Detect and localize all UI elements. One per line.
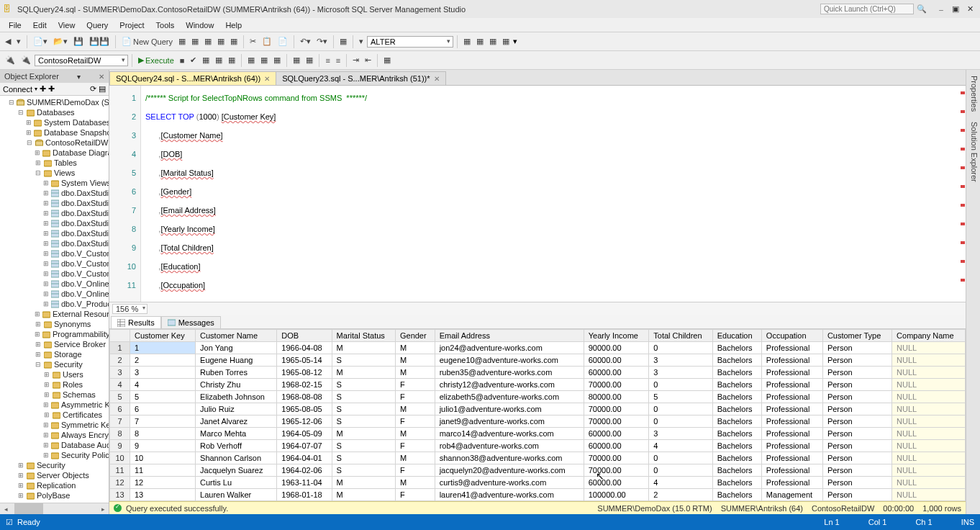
results-grid[interactable]: Customer KeyCustomer NameDOBMarital Stat…: [109, 329, 966, 501]
row-number[interactable]: 11: [110, 464, 130, 477]
grid-cell[interactable]: Professional: [761, 440, 822, 452]
grid-cell[interactable]: Person: [822, 379, 891, 391]
tree-node[interactable]: ⊞Replication: [0, 480, 109, 490]
grid-cell[interactable]: M: [332, 477, 395, 489]
q1[interactable]: ▦: [200, 54, 212, 66]
menu-edit[interactable]: Edit: [27, 21, 53, 30]
grid-cell[interactable]: Person: [822, 489, 891, 501]
grid-cell[interactable]: Rob Verhoff: [196, 440, 277, 452]
grid-cell[interactable]: Jacquelyn Suarez: [196, 464, 277, 477]
q4[interactable]: ▦: [245, 54, 257, 66]
grid-cell[interactable]: janet9@adventure-works.com: [435, 416, 584, 428]
grid-cell[interactable]: 14: [130, 501, 196, 502]
zoom-combo[interactable]: 156 %: [112, 304, 148, 314]
save-all-button[interactable]: 💾💾: [87, 35, 112, 48]
grid-cell[interactable]: 0: [649, 416, 712, 428]
table-row[interactable]: 77Janet Alvarez1965-12-06SFjanet9@advent…: [110, 416, 966, 428]
table-row[interactable]: 1212Curtis Lu1963-11-04MMcurtis9@adventu…: [110, 477, 966, 489]
grid-cell[interactable]: Bachelors: [712, 440, 761, 452]
grid-cell[interactable]: S: [332, 354, 395, 367]
properties-panel-tab[interactable]: Properties: [966, 74, 980, 113]
tree-node[interactable]: ⊞System Views: [0, 178, 109, 188]
grid-cell[interactable]: 0: [649, 403, 712, 416]
grid-cell[interactable]: 70000.00: [584, 379, 649, 391]
grid-cell[interactable]: F: [395, 416, 435, 428]
grid-cell[interactable]: 60000.00: [584, 354, 649, 367]
grid-cell[interactable]: 4: [649, 440, 712, 452]
grid-header[interactable]: Occupation: [761, 330, 822, 342]
grid-cell[interactable]: Marco Mehta: [196, 428, 277, 440]
oe-refresh-icon[interactable]: ⟳: [90, 84, 96, 94]
grid-cell[interactable]: 6: [130, 403, 196, 416]
grid-cell[interactable]: NULL: [892, 452, 966, 464]
row-number[interactable]: 6: [110, 403, 130, 416]
indent-btn[interactable]: ⇥: [350, 54, 361, 66]
grid-header[interactable]: Customer Name: [196, 330, 277, 342]
grid-cell[interactable]: rob4@adventure-works.com: [435, 440, 584, 452]
grid-cell[interactable]: 3: [649, 428, 712, 440]
grid-cell[interactable]: M: [395, 501, 435, 502]
open-dropdown[interactable]: 📂▾: [51, 35, 70, 48]
tree-node[interactable]: ⊞Database Audit: [0, 440, 109, 450]
grid-cell[interactable]: M: [395, 477, 435, 489]
tree-node[interactable]: ⊞Certificates: [0, 410, 109, 420]
menu-view[interactable]: View: [53, 21, 81, 30]
grid-header[interactable]: Yearly Income: [584, 330, 649, 342]
grid-cell[interactable]: M: [332, 342, 395, 354]
redo-button[interactable]: ↷▾: [314, 35, 330, 48]
grid-cell[interactable]: eugene10@adventure-works.com: [435, 354, 584, 367]
btn6[interactable]: ▦: [337, 35, 349, 48]
btn4[interactable]: ▦: [215, 35, 227, 48]
grid-cell[interactable]: shannon38@adventure-works.com: [435, 452, 584, 464]
grid-cell[interactable]: F: [395, 379, 435, 391]
connect-btn[interactable]: 🔌: [3, 54, 17, 66]
grid-cell[interactable]: 10: [130, 452, 196, 464]
grid-cell[interactable]: 70000.00: [584, 403, 649, 416]
table-row[interactable]: 33Ruben Torres1965-08-12MMruben35@advent…: [110, 367, 966, 379]
toolbar-overflow[interactable]: ▾: [513, 37, 517, 46]
quick-launch-input[interactable]: [820, 4, 914, 14]
grid-header[interactable]: Total Children: [649, 330, 712, 342]
grid-cell[interactable]: 100000.00: [584, 489, 649, 501]
table-row[interactable]: 99Rob Verhoff1964-07-07SFrob4@adventure-…: [110, 440, 966, 452]
table-row[interactable]: 44Christy Zhu1968-02-15SFchristy12@adven…: [110, 379, 966, 391]
menu-help[interactable]: Help: [219, 21, 248, 30]
grid-cell[interactable]: 70000.00: [584, 464, 649, 477]
tree-node[interactable]: ⊞Storage: [0, 349, 109, 359]
grid-cell[interactable]: Person: [822, 464, 891, 477]
tree-node[interactable]: ⊞dbo.DaxStudio.Prod: [0, 208, 109, 218]
grid-cell[interactable]: 1968-01-18: [277, 489, 332, 501]
row-number[interactable]: 8: [110, 428, 130, 440]
grid-cell[interactable]: Professional: [761, 354, 822, 367]
tree-node[interactable]: ⊞Database Snapshots: [0, 127, 109, 138]
grid-cell[interactable]: Bachelors: [712, 403, 761, 416]
btn7[interactable]: ▾: [357, 35, 366, 48]
grid-cell[interactable]: NULL: [892, 354, 966, 367]
grid-cell[interactable]: jacquelyn20@adventure-works.com: [435, 464, 584, 477]
tree-node[interactable]: ⊞Always Encrypte: [0, 430, 109, 440]
grid-cell[interactable]: 100000.00: [584, 501, 649, 502]
tree-node[interactable]: ⊞dbo.V_Custome: [0, 269, 109, 279]
grid-cell[interactable]: Person: [822, 403, 891, 416]
stop-btn[interactable]: ■: [178, 55, 187, 66]
grid-cell[interactable]: NULL: [892, 489, 966, 501]
grid-cell[interactable]: NULL: [892, 379, 966, 391]
grid-cell[interactable]: 0: [649, 342, 712, 354]
tree-node[interactable]: ⊞Security Policies: [0, 450, 109, 460]
q7[interactable]: ▦: [291, 54, 302, 66]
grid-cell[interactable]: 80000.00: [584, 391, 649, 403]
grid-cell[interactable]: 60000.00: [584, 367, 649, 379]
tree-node[interactable]: ⊞Schemas: [0, 390, 109, 400]
grid-cell[interactable]: M: [395, 367, 435, 379]
q8[interactable]: ▦: [304, 54, 315, 66]
tree-node[interactable]: ⊟Security: [0, 359, 109, 369]
grid-cell[interactable]: S: [332, 452, 395, 464]
tree-node[interactable]: ⊟Databases: [0, 107, 109, 117]
table-row[interactable]: 1111Jacquelyn Suarez1964-02-06SFjacquely…: [110, 464, 966, 477]
nav-back-button[interactable]: ◀: [3, 35, 13, 48]
grid-header[interactable]: Company Name: [892, 330, 966, 342]
grid-cell[interactable]: M: [332, 367, 395, 379]
q6[interactable]: ▦: [271, 54, 283, 66]
grid-cell[interactable]: F: [395, 391, 435, 403]
grid-cell[interactable]: Elizabeth Johnson: [196, 391, 277, 403]
